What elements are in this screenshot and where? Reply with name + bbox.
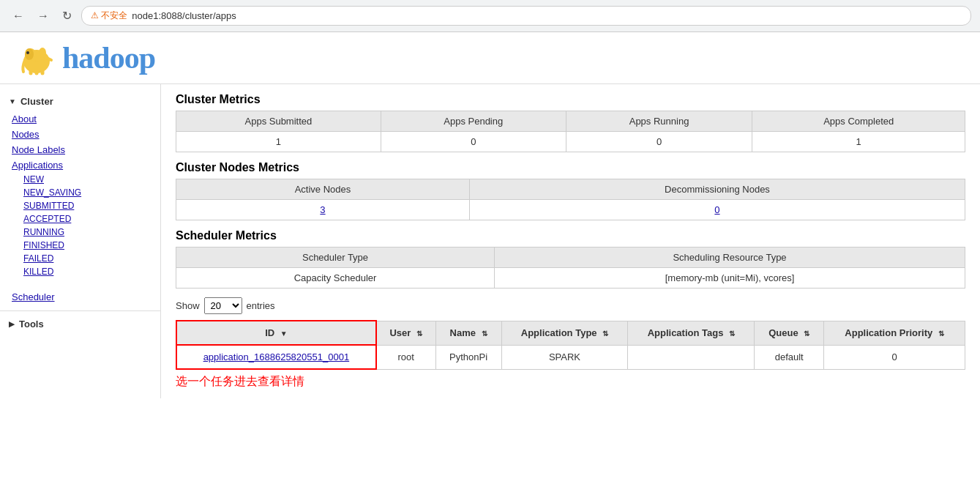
active-nodes-value[interactable]: 3 <box>176 200 470 220</box>
col-header-app-type[interactable]: Application Type ⇅ <box>501 321 628 345</box>
col-header-id[interactable]: ID ▼ <box>176 321 376 345</box>
col-active-nodes: Active Nodes <box>176 179 470 200</box>
scheduling-resource-type-value: [memory-mb (unit=Mi), vcores] <box>495 268 965 289</box>
app-name-cell: PythonPi <box>435 345 501 369</box>
id-sort-icon: ▼ <box>280 330 288 338</box>
tools-header[interactable]: ▶ Tools <box>0 314 160 334</box>
app-tags-sort-icon: ⇅ <box>729 330 735 338</box>
reload-button[interactable]: ↻ <box>59 7 75 24</box>
cluster-nodes-table: Active Nodes Decommissioning Nodes 3 0 <box>176 179 965 220</box>
scheduler-metrics-row: Capacity Scheduler [memory-mb (unit=Mi),… <box>176 268 965 289</box>
show-entries-control: Show 10 20 25 50 100 entries <box>176 297 965 314</box>
sidebar-item-nodes[interactable]: Nodes <box>0 127 160 142</box>
browser-chrome: ← → ↻ ⚠ 不安全 node1:8088/cluster/apps <box>0 0 980 32</box>
col-header-app-tags[interactable]: Application Tags ⇅ <box>628 321 755 345</box>
cluster-section: ▼ Cluster About Nodes Node Labels Applic… <box>0 92 160 305</box>
cluster-metrics-row: 1 0 0 1 <box>176 132 965 152</box>
show-label: Show <box>176 300 200 311</box>
scheduler-metrics-title: Scheduler Metrics <box>176 229 965 242</box>
col-header-queue[interactable]: Queue ⇅ <box>755 321 824 345</box>
col-header-app-priority[interactable]: Application Priority ⇅ <box>824 321 965 345</box>
content-area: Cluster Metrics Apps Submitted Apps Pend… <box>161 84 980 398</box>
scheduler-metrics-table: Scheduler Type Scheduling Resource Type … <box>176 247 965 289</box>
app-type-sort-icon: ⇅ <box>602 330 608 338</box>
app-queue-cell: default <box>755 345 824 369</box>
sidebar-item-new-saving[interactable]: NEW_SAVING <box>0 186 160 199</box>
app-id-link[interactable]: application_1688625820551_0001 <box>203 351 350 362</box>
hadoop-logo-text: hadoop <box>62 40 155 75</box>
sidebar-item-failed[interactable]: FAILED <box>0 252 160 265</box>
sidebar-item-applications[interactable]: Applications <box>0 157 160 173</box>
cluster-nodes-row: 3 0 <box>176 200 965 220</box>
header: hadoop <box>0 32 980 84</box>
app-tags-cell <box>628 345 755 369</box>
col-scheduling-resource-type: Scheduling Resource Type <box>495 248 965 268</box>
app-priority-cell: 0 <box>824 345 965 369</box>
col-header-user[interactable]: User ⇅ <box>376 321 435 345</box>
svg-point-2 <box>25 48 34 60</box>
sidebar-item-new[interactable]: NEW <box>0 173 160 186</box>
col-decommissioning-nodes: Decommissioning Nodes <box>469 179 965 200</box>
queue-sort-icon: ⇅ <box>804 330 809 338</box>
col-apps-submitted: Apps Submitted <box>176 111 381 132</box>
col-apps-completed: Apps Completed <box>752 111 965 132</box>
apps-submitted-value: 1 <box>176 132 381 152</box>
col-apps-pending: Apps Pending <box>381 111 566 132</box>
cluster-metrics-table: Apps Submitted Apps Pending Apps Running… <box>176 111 965 152</box>
cluster-metrics-title: Cluster Metrics <box>176 93 965 106</box>
table-row: application_1688625820551_0001 root Pyth… <box>176 345 965 369</box>
back-button[interactable]: ← <box>9 8 28 24</box>
address-bar[interactable]: ⚠ 不安全 node1:8088/cluster/apps <box>81 6 971 26</box>
sidebar-item-killed[interactable]: KILLED <box>0 265 160 278</box>
sidebar: ▼ Cluster About Nodes Node Labels Applic… <box>0 84 161 398</box>
logo-area: hadoop <box>15 40 965 76</box>
entries-label: entries <box>247 300 275 311</box>
app-type-cell: SPARK <box>501 345 628 369</box>
app-user-cell: root <box>376 345 435 369</box>
col-apps-running: Apps Running <box>566 111 752 132</box>
security-warning-icon: ⚠ 不安全 <box>91 10 127 22</box>
sidebar-item-finished[interactable]: FINISHED <box>0 239 160 252</box>
sidebar-item-node-labels[interactable]: Node Labels <box>0 142 160 157</box>
apps-running-value: 0 <box>566 132 752 152</box>
app-priority-sort-icon: ⇅ <box>938 330 944 338</box>
sidebar-item-running[interactable]: RUNNING <box>0 226 160 239</box>
annotation-text: 选一个任务进去查看详情 <box>176 374 965 390</box>
svg-point-4 <box>26 51 29 54</box>
user-sort-icon: ⇅ <box>416 330 422 338</box>
tools-label: Tools <box>19 319 44 330</box>
scheduler-type-value: Capacity Scheduler <box>176 268 495 289</box>
cluster-arrow-icon: ▼ <box>9 97 16 105</box>
apps-completed-value: 1 <box>752 132 965 152</box>
forward-button[interactable]: → <box>34 8 53 24</box>
sidebar-item-scheduler[interactable]: Scheduler <box>0 289 160 305</box>
hadoop-elephant-logo <box>15 40 59 76</box>
entries-select[interactable]: 10 20 25 50 100 <box>204 297 242 314</box>
tools-section: ▶ Tools <box>0 310 160 334</box>
cluster-header[interactable]: ▼ Cluster <box>0 92 160 111</box>
tools-arrow-icon: ▶ <box>9 320 15 328</box>
sidebar-item-submitted[interactable]: SUBMITTED <box>0 199 160 212</box>
cluster-label: Cluster <box>20 96 53 107</box>
cluster-nodes-metrics-title: Cluster Nodes Metrics <box>176 161 965 174</box>
sidebar-item-about[interactable]: About <box>0 111 160 127</box>
applications-table: ID ▼ User ⇅ Name ⇅ Application Type <box>176 320 965 370</box>
name-sort-icon: ⇅ <box>482 330 487 338</box>
url-text: node1:8088/cluster/apps <box>132 10 236 21</box>
col-scheduler-type: Scheduler Type <box>176 248 495 268</box>
col-header-name[interactable]: Name ⇅ <box>435 321 501 345</box>
app-id-cell[interactable]: application_1688625820551_0001 <box>176 345 376 369</box>
decommissioning-nodes-value[interactable]: 0 <box>469 200 965 220</box>
sidebar-item-accepted[interactable]: ACCEPTED <box>0 212 160 226</box>
apps-pending-value: 0 <box>381 132 566 152</box>
